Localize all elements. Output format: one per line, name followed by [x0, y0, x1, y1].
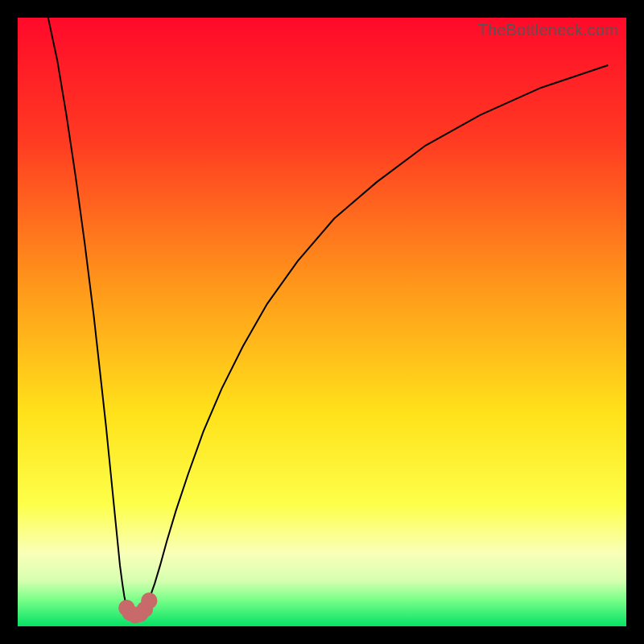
- valley-markers: [122, 596, 155, 621]
- bottleneck-curve: [18, 18, 626, 626]
- chart-frame: TheBottleneck.com: [0, 0, 644, 644]
- plot-area: TheBottleneck.com: [18, 18, 626, 626]
- valley-marker: [144, 596, 155, 606]
- curve-line: [48, 18, 609, 615]
- watermark-text: TheBottleneck.com: [477, 21, 618, 39]
